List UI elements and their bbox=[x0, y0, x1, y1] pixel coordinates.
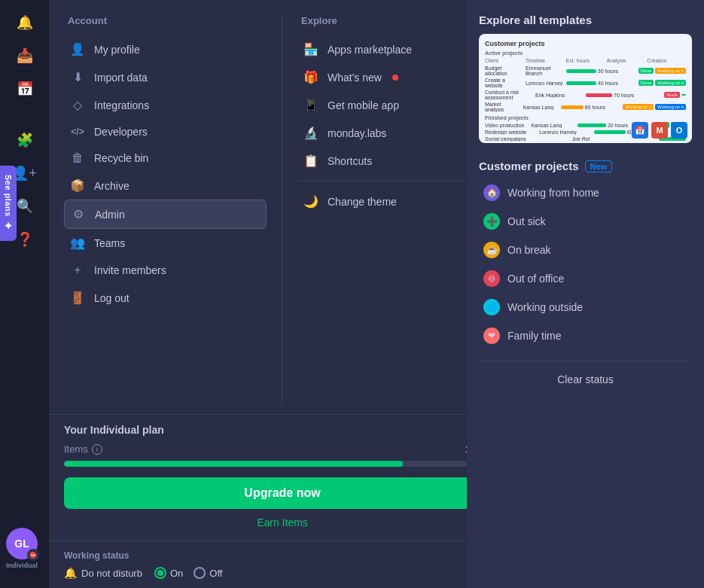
items-progress-fill bbox=[64, 461, 403, 467]
plan-title: Your Individual plan bbox=[64, 424, 501, 436]
change-theme-icon: 🌙 bbox=[303, 194, 318, 209]
status-option-out-sick[interactable]: ➕ Out sick bbox=[479, 207, 692, 236]
change-theme-label: Change theme bbox=[328, 196, 397, 208]
account-section-title: Account bbox=[64, 15, 267, 26]
status-option-out-of-office[interactable]: ⊖ Out of office bbox=[479, 264, 692, 293]
import-data-icon: ⬇ bbox=[70, 70, 85, 84]
explore-templates-title: Explore all templates bbox=[467, 0, 704, 34]
monday-labs-icon: 🔬 bbox=[303, 126, 318, 140]
dnd-label: Do not disturb bbox=[81, 568, 142, 579]
get-mobile-app-icon: 📱 bbox=[303, 98, 318, 112]
menu-item-admin[interactable]: ⚙ Admin bbox=[64, 200, 267, 229]
items-usage-row: Items i 155/200 bbox=[64, 443, 501, 455]
menu-item-import-data[interactable]: ⬇ Import data bbox=[64, 63, 267, 91]
sidebar: 🔔 📥 📅 🧩 👤+ 🔍 ❓ bbox=[0, 0, 49, 588]
working-from-home-icon: 🏠 bbox=[483, 184, 500, 201]
template-name: Customer projects bbox=[479, 160, 579, 172]
status-option-working-outside[interactable]: 🌐 Working outside bbox=[479, 293, 692, 321]
avatar-status-badge: ⛔ bbox=[27, 549, 39, 561]
on-break-label: On break bbox=[507, 244, 551, 256]
my-profile-label: My profile bbox=[94, 44, 140, 56]
admin-label: Admin bbox=[95, 209, 125, 221]
my-profile-icon: 👤 bbox=[70, 42, 85, 56]
out-of-office-icon: ⊖ bbox=[483, 270, 500, 287]
whats-new-icon: 🎁 bbox=[303, 70, 318, 84]
template-label-row: Customer projects New bbox=[467, 152, 704, 172]
out-sick-label: Out sick bbox=[507, 215, 546, 227]
whats-new-label: What's new bbox=[328, 72, 382, 84]
working-status-bar: Working status 🔔 Do not disturb On Off M… bbox=[49, 541, 516, 588]
app-icons-row: 📅 M O bbox=[632, 122, 687, 139]
out-of-office-label: Out of office bbox=[507, 273, 564, 285]
menu-item-archive[interactable]: 📦 Archive bbox=[64, 172, 267, 200]
radio-off-label: Off bbox=[209, 568, 222, 579]
right-panel-divider bbox=[479, 361, 692, 361]
status-option-working-from-home[interactable]: 🏠 Working from home bbox=[479, 178, 692, 207]
archive-label: Archive bbox=[94, 180, 130, 192]
on-off-radio-group: On Off bbox=[154, 567, 222, 579]
template-preview-card[interactable]: Customer projects Active projects Client… bbox=[479, 34, 692, 143]
working-status-title: Working status bbox=[64, 550, 501, 561]
see-plans-button[interactable]: See plans ✦ bbox=[0, 166, 17, 241]
menu-item-developers[interactable]: </> Developers bbox=[64, 119, 267, 145]
get-mobile-app-label: Get mobile app bbox=[328, 99, 399, 111]
status-option-on-break[interactable]: ☕ On break bbox=[479, 236, 692, 264]
main-dropdown: Account 👤 My profile ⬇ Import data ◇ Int… bbox=[49, 0, 516, 588]
radio-off[interactable]: Off bbox=[194, 567, 222, 579]
family-time-label: Family time bbox=[507, 330, 562, 342]
plan-label: Individual bbox=[6, 562, 38, 569]
radio-on[interactable]: On bbox=[154, 567, 183, 579]
working-from-home-label: Working from home bbox=[507, 187, 599, 199]
shortcuts-label: Shortcuts bbox=[328, 155, 372, 167]
do-not-disturb-toggle[interactable]: 🔔 Do not disturb bbox=[64, 567, 142, 579]
status-options-list: 🏠 Working from home ➕ Out sick ☕ On brea… bbox=[467, 172, 704, 356]
integrations-label: Integrations bbox=[94, 99, 149, 111]
apps-marketplace-icon: 🏪 bbox=[303, 42, 318, 56]
sidebar-notifications[interactable]: 🔔 bbox=[10, 8, 40, 38]
right-panel: Explore all templates Customer projects … bbox=[467, 0, 704, 588]
working-outside-label: Working outside bbox=[507, 301, 583, 313]
menu-item-log-out[interactable]: 🚪 Log out bbox=[64, 284, 267, 312]
account-column: Account 👤 My profile ⬇ Import data ◇ Int… bbox=[49, 15, 282, 407]
radio-on-dot bbox=[154, 567, 166, 579]
whats-new-notification-dot bbox=[392, 75, 398, 81]
invite-members-icon: + bbox=[70, 264, 85, 277]
items-label: Items i bbox=[64, 443, 102, 455]
plan-section: Your Individual plan Items i 155/200 Upg… bbox=[49, 414, 516, 541]
radio-off-dot bbox=[194, 567, 206, 579]
menu-item-teams[interactable]: 👥 Teams bbox=[64, 229, 267, 257]
user-avatar[interactable]: GL ⛔ bbox=[6, 528, 38, 559]
status-option-family-time[interactable]: ❤ Family time bbox=[479, 321, 692, 350]
items-progress-bar bbox=[64, 461, 501, 467]
menu-item-integrations[interactable]: ◇ Integrations bbox=[64, 91, 267, 119]
sidebar-inbox[interactable]: 📥 bbox=[10, 41, 40, 71]
developers-icon: </> bbox=[70, 126, 85, 137]
clear-status-button[interactable]: Clear status bbox=[479, 366, 692, 393]
google-calendar-icon: 📅 bbox=[632, 122, 648, 139]
upgrade-now-button[interactable]: Upgrade now bbox=[64, 477, 501, 509]
status-controls: 🔔 Do not disturb On Off More › bbox=[64, 567, 501, 579]
import-data-label: Import data bbox=[94, 72, 148, 84]
recycle-bin-label: Recycle bin bbox=[94, 152, 148, 164]
developers-label: Developers bbox=[94, 126, 148, 138]
recycle-bin-icon: 🗑 bbox=[70, 151, 85, 165]
earn-items-link[interactable]: Earn Items bbox=[64, 516, 501, 529]
menu-item-recycle-bin[interactable]: 🗑 Recycle bin bbox=[64, 145, 267, 172]
template-preview-image: Customer projects Active projects Client… bbox=[479, 34, 692, 143]
sidebar-templates[interactable]: 🧩 bbox=[10, 125, 40, 155]
items-info-icon[interactable]: i bbox=[92, 444, 102, 455]
menu-item-my-profile[interactable]: 👤 My profile bbox=[64, 35, 267, 63]
teams-icon: 👥 bbox=[70, 236, 85, 250]
sidebar-calendar[interactable]: 📅 bbox=[10, 74, 40, 104]
see-plans-star-icon: ✦ bbox=[2, 220, 14, 233]
menu-item-invite-members[interactable]: + Invite members bbox=[64, 257, 267, 284]
archive-icon: 📦 bbox=[70, 178, 85, 193]
out-sick-icon: ➕ bbox=[483, 213, 500, 230]
outlook-icon: O bbox=[671, 122, 687, 139]
menu-top-section: Account 👤 My profile ⬇ Import data ◇ Int… bbox=[49, 0, 516, 414]
shortcuts-icon: 📋 bbox=[303, 154, 318, 168]
log-out-label: Log out bbox=[94, 292, 130, 304]
user-avatar-container: GL ⛔ Individual bbox=[6, 528, 38, 569]
bell-icon: 🔔 bbox=[64, 567, 77, 579]
template-new-badge: New bbox=[585, 160, 613, 172]
